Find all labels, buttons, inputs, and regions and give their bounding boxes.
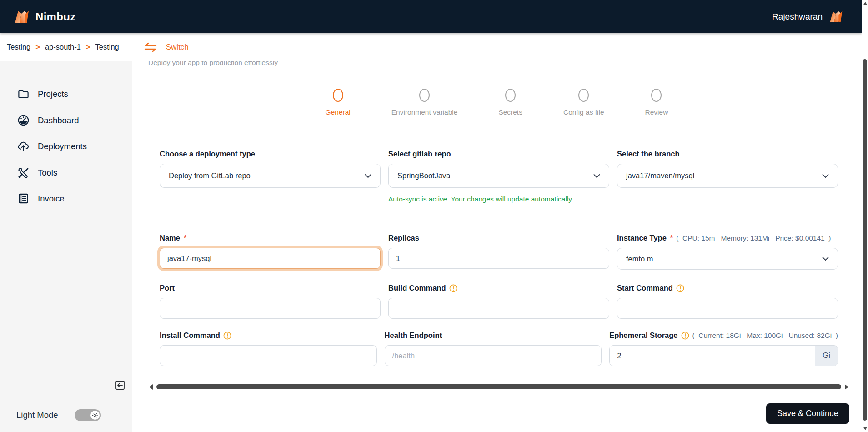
switch-context-button[interactable]: Switch (142, 42, 189, 52)
chevron-down-icon (593, 174, 600, 178)
build-command-input[interactable] (388, 298, 609, 319)
sidebar-item-deployments[interactable]: Deployments (17, 140, 87, 152)
chevron-down-icon (822, 256, 829, 261)
branch-select[interactable]: java17/maven/mysql (617, 164, 838, 188)
breadcrumb-divider (130, 41, 130, 54)
app-window: Nimbuz Rajeshwaran Testing > ap-south-1 … (0, 0, 868, 432)
sidebar-item-label: Deployments (38, 141, 87, 151)
nimbuz-logo-icon (14, 10, 30, 24)
brand-name: Nimbuz (35, 10, 75, 23)
start-command-label: Start Command (617, 284, 673, 292)
breadcrumb-environment[interactable]: Testing (95, 43, 119, 51)
advanced-row: Install Command Health Endpoint Ephemera… (160, 331, 838, 366)
branch-value: java17/maven/mysql (626, 171, 694, 180)
sidebar-item-projects[interactable]: Projects (17, 88, 68, 100)
vertical-scrollbar (862, 0, 868, 432)
install-command-input[interactable] (160, 345, 377, 366)
divider (140, 136, 844, 136)
sidebar-item-invoice[interactable]: Invoice (17, 192, 65, 205)
replicas-input[interactable] (388, 248, 609, 269)
info-icon[interactable] (676, 284, 684, 292)
step-label: Review (645, 108, 668, 116)
ephemeral-storage-meta: ( Current: 18Gi Max: 100Gi Unused: 82Gi … (692, 332, 838, 340)
page-subtitle: Deploy your app to production effortless… (148, 61, 278, 67)
step-config-as-file[interactable]: Config as file (563, 89, 604, 116)
scroll-up-arrow[interactable] (863, 2, 868, 5)
step-review[interactable]: Review (645, 89, 668, 116)
start-command-input[interactable] (617, 298, 838, 319)
health-endpoint-field: Health Endpoint (385, 331, 602, 366)
install-command-field: Install Command (160, 331, 377, 366)
scroll-down-arrow[interactable] (863, 427, 868, 430)
light-mode-toggle[interactable] (75, 409, 101, 421)
chevron-down-icon (822, 174, 829, 178)
deployment-type-value: Deploy from GitLab repo (169, 171, 251, 180)
save-continue-button[interactable]: Save & Continue (766, 403, 849, 424)
gitlab-repo-select[interactable]: SpringBootJava (388, 164, 609, 188)
user-avatar-logo-icon (829, 10, 843, 23)
name-input[interactable] (160, 248, 381, 269)
step-label: Secrets (498, 108, 522, 116)
port-input[interactable] (160, 298, 381, 319)
tools-icon (17, 166, 30, 179)
sidebar-item-dashboard[interactable]: Dashboard (17, 114, 79, 126)
ephemeral-storage-group: Gi (609, 345, 838, 366)
sidebar-item-label: Tools (38, 168, 57, 178)
instance-type-meta: ( CPU: 15m Memory: 131Mi Price: $0.00141… (676, 234, 831, 242)
build-command-field: Build Command (388, 284, 609, 319)
build-command-label: Build Command (388, 284, 446, 292)
scroll-right-arrow[interactable] (845, 384, 848, 390)
instance-type-label: Instance Type (617, 234, 667, 242)
deployment-type-label: Choose a deployment type (160, 150, 255, 158)
step-circle (419, 89, 430, 102)
command-row: Port Build Command Start Command (160, 284, 838, 319)
chevron-down-icon (365, 174, 371, 178)
swap-arrows-icon (142, 42, 159, 52)
health-endpoint-input[interactable] (385, 345, 602, 366)
start-command-field: Start Command (617, 284, 838, 319)
ephemeral-storage-field: Ephemeral Storage ( Current: 18Gi Max: 1… (609, 331, 838, 366)
toggle-knob (90, 411, 100, 420)
sidebar-item-label: Projects (38, 89, 68, 99)
ephemeral-storage-input[interactable] (610, 346, 815, 366)
user-menu[interactable]: Rajeshwaran (772, 10, 843, 23)
step-label: Config as file (563, 108, 604, 116)
breadcrumb-separator: > (35, 43, 40, 51)
step-general[interactable]: General (326, 89, 351, 116)
vertical-scroll-thumb[interactable] (863, 59, 867, 421)
brand[interactable]: Nimbuz (14, 10, 75, 24)
gitlab-repo-value: SpringBootJava (397, 171, 451, 180)
storage-unit-suffix: Gi (815, 346, 838, 366)
name-field: Name* (160, 234, 381, 270)
info-icon[interactable] (449, 284, 457, 292)
main-content: Deploy your app to production effortless… (132, 61, 862, 432)
breadcrumb-region[interactable]: ap-south-1 (45, 43, 81, 51)
step-label: Environment variable (391, 108, 458, 116)
step-secrets[interactable]: Secrets (498, 89, 522, 116)
instance-type-select[interactable]: femto.m (617, 248, 838, 270)
name-row: Name* Replicas Instance Type* ( CPU: 15m… (160, 234, 838, 270)
deployment-type-select[interactable]: Deploy from GitLab repo (160, 164, 381, 188)
gitlab-repo-label: Select gitlab repo (388, 150, 451, 158)
sidebar-item-tools[interactable]: Tools (17, 166, 57, 179)
horizontal-scroll-thumb[interactable] (156, 384, 841, 389)
sidebar-item-label: Invoice (38, 194, 65, 204)
branch-label: Select the branch (617, 150, 680, 158)
info-icon[interactable] (223, 332, 231, 340)
breadcrumb-separator: > (86, 43, 90, 51)
step-label: General (326, 108, 351, 116)
switch-label: Switch (166, 43, 189, 52)
sidebar-collapse-button[interactable] (115, 380, 125, 391)
info-icon[interactable] (681, 332, 689, 340)
light-mode-row: Light Mode (16, 409, 101, 421)
required-asterisk: * (184, 234, 186, 242)
step-circle (651, 89, 662, 102)
scroll-left-arrow[interactable] (149, 384, 153, 390)
cloud-upload-icon (17, 140, 30, 152)
breadcrumb-project[interactable]: Testing (7, 43, 30, 51)
branch-field: Select the branch java17/maven/mysql (617, 150, 838, 203)
name-label: Name (160, 234, 180, 242)
gitlab-repo-field: Select gitlab repo SpringBootJava Auto-s… (388, 150, 609, 203)
step-environment-variable[interactable]: Environment variable (391, 89, 458, 116)
collapse-arrow-icon (115, 380, 125, 391)
